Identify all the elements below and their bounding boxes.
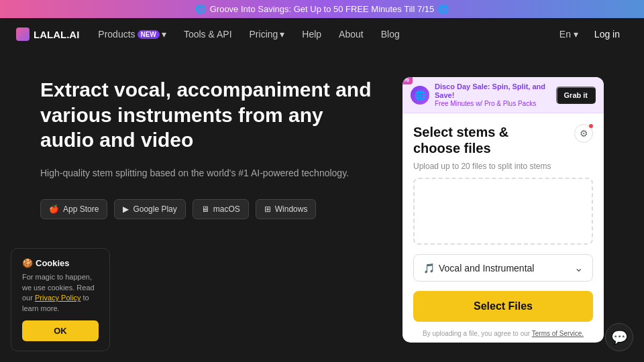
store-buttons: 🍎 App Store ▶ Google Play 🖥 macOS ⊞ Wind… — [40, 199, 376, 219]
nav-blog[interactable]: Blog — [373, 25, 408, 44]
upload-header: Select stems & choose files ⚙ — [402, 113, 604, 162]
nav-right: En ▾ Log in — [559, 25, 628, 44]
select-files-button[interactable]: Select Files — [413, 291, 593, 322]
chat-button[interactable]: 💬 — [605, 323, 633, 351]
app-store-button[interactable]: 🍎 App Store — [40, 199, 107, 219]
nav-products[interactable]: Products NEW ▾ — [90, 25, 174, 44]
nav-products-label: Products — [98, 29, 135, 40]
nav-lang-label: En — [559, 29, 571, 40]
nav-about-label: About — [339, 29, 364, 40]
macos-icon: 🖥 — [201, 204, 209, 214]
stem-chevron-down-icon: ⌄ — [574, 261, 583, 274]
logo[interactable]: LALAL.AI — [16, 27, 79, 41]
cookies-banner: 🍪 Cookies For magic to happen, we use co… — [11, 248, 110, 351]
macos-button[interactable]: 🖥 macOS — [193, 199, 249, 219]
nav-tools-label: Tools & API — [184, 29, 232, 40]
upload-title-line1: Select stems & — [413, 125, 508, 139]
navbar: LALAL.AI Products NEW ▾ Tools & API Pric… — [0, 18, 644, 50]
nav-help-label: Help — [302, 29, 321, 40]
nav-about[interactable]: About — [331, 25, 372, 44]
privacy-policy-link[interactable]: Privacy Policy — [35, 294, 80, 302]
nav-pricing-label: Pricing — [250, 29, 278, 40]
promo-text: Disco Day Sale: Spin, Split, and Save! F… — [435, 82, 551, 107]
red-dot-indicator — [589, 124, 593, 128]
upload-title: Select stems & choose files — [413, 124, 508, 156]
logo-text: LALAL.AI — [34, 29, 79, 40]
upload-hint: Upload up to 20 files to split into stem… — [402, 162, 604, 178]
gear-icon: ⚙ — [580, 128, 588, 139]
upload-disclaimer: By uploading a file, you agree to our Te… — [402, 330, 604, 343]
drop-zone[interactable] — [413, 178, 593, 245]
upload-box: % 🌐 Disco Day Sale: Spin, Split, and Sav… — [402, 77, 604, 343]
hero-subtitle: High-quality stem splitting based on the… — [40, 166, 376, 180]
chat-icon: 💬 — [611, 329, 628, 345]
promo-percent-badge: % — [402, 77, 413, 84]
nav-help[interactable]: Help — [294, 25, 329, 44]
cookies-title-text: Cookies — [36, 258, 70, 268]
stem-music-icon: 🎵 — [423, 263, 435, 274]
cookie-icon: 🍪 — [22, 258, 33, 268]
top-banner[interactable]: 🌐 Groove Into Savings: Get Up to 50 FREE… — [0, 0, 644, 18]
banner-globe-right-icon: 🌐 — [438, 4, 449, 14]
promo-title: Disco Day Sale: Spin, Split, and Save! — [435, 82, 551, 100]
nav-items: Products NEW ▾ Tools & API Pricing ▾ Hel… — [90, 25, 559, 44]
windows-label: Windows — [275, 204, 308, 214]
apple-icon: 🍎 — [49, 204, 59, 214]
cookies-title: 🍪 Cookies — [22, 258, 99, 268]
stem-selector[interactable]: 🎵 Vocal and Instrumental ⌄ — [413, 254, 593, 282]
promo-grab-button[interactable]: Grab it — [556, 86, 596, 104]
macos-label: macOS — [213, 204, 240, 214]
banner-text: Groove Into Savings: Get Up to 50 FREE M… — [210, 4, 435, 14]
cookies-body: For magic to happen, we use cookies. Rea… — [22, 272, 99, 314]
nav-blog-label: Blog — [381, 29, 400, 40]
nav-pricing[interactable]: Pricing ▾ — [241, 25, 293, 44]
logo-icon — [16, 27, 30, 41]
settings-button[interactable]: ⚙ — [574, 124, 593, 143]
banner-globe-left-icon: 🌐 — [195, 4, 206, 14]
upload-title-line2: choose files — [413, 141, 491, 156]
google-play-label: Google Play — [133, 204, 176, 214]
chevron-down-icon: ▾ — [162, 29, 166, 40]
promo-icon: 🌐 — [411, 86, 429, 105]
nav-login[interactable]: Log in — [586, 25, 628, 44]
stem-label: 🎵 Vocal and Instrumental — [423, 263, 534, 274]
promo-sub: Free Minutes w/ Pro & Plus Packs — [435, 100, 551, 107]
windows-button[interactable]: ⊞ Windows — [256, 199, 317, 219]
windows-icon: ⊞ — [264, 204, 271, 214]
stem-label-text: Vocal and Instrumental — [439, 263, 534, 274]
nav-products-badge: NEW — [138, 30, 160, 39]
nav-language[interactable]: En ▾ — [559, 29, 578, 40]
chevron-down-icon-pricing: ▾ — [280, 29, 284, 40]
app-store-label: App Store — [63, 204, 99, 214]
google-play-icon: ▶ — [123, 204, 129, 214]
google-play-button[interactable]: ▶ Google Play — [114, 199, 185, 219]
promo-bar[interactable]: % 🌐 Disco Day Sale: Spin, Split, and Sav… — [402, 77, 604, 113]
nav-tools[interactable]: Tools & API — [176, 25, 240, 44]
terms-of-service-link[interactable]: Terms of Service. — [532, 330, 584, 337]
cookies-ok-button[interactable]: OK — [22, 320, 99, 341]
hero-title: Extract vocal, accompaniment and various… — [40, 77, 376, 153]
